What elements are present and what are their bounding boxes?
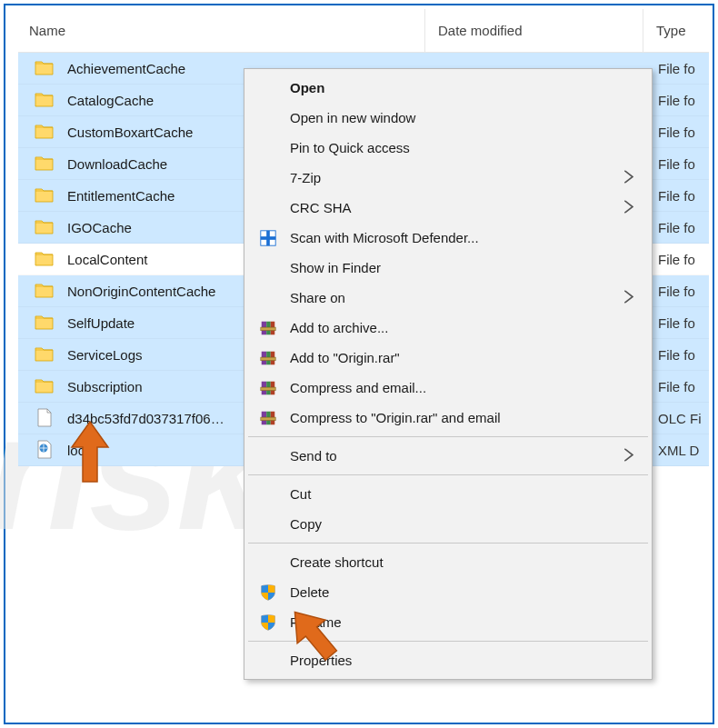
menu-item-label: Delete — [290, 584, 650, 600]
menu-item-label: Share on — [290, 290, 650, 305]
menu-item[interactable]: Create shortcut — [246, 547, 650, 577]
menu-item-label: Add to "Origin.rar" — [290, 350, 650, 365]
shield-uac-icon — [257, 612, 279, 633]
folder-icon — [35, 185, 55, 205]
menu-item-label: Scan with Microsoft Defender... — [290, 230, 650, 245]
chevron-right-icon — [624, 170, 633, 185]
file-type: File fo — [645, 379, 709, 394]
blank-icon — [257, 137, 279, 159]
menu-item-label: Pin to Quick access — [290, 140, 650, 155]
context-menu: OpenOpen in new windowPin to Quick acces… — [244, 68, 653, 680]
column-header-name[interactable]: Name — [18, 9, 425, 52]
menu-item-label: CRC SHA — [290, 200, 650, 215]
folder-icon — [35, 90, 55, 110]
winrar-icon — [257, 377, 279, 399]
file-type: File fo — [645, 188, 709, 204]
menu-item-label: Send to — [290, 448, 650, 464]
file-type: XML D — [645, 443, 709, 458]
blank-icon — [257, 445, 279, 467]
file-type: File fo — [645, 61, 709, 76]
chevron-right-icon — [624, 290, 633, 305]
menu-item-label: Open in new window — [290, 110, 650, 125]
menu-item-label: Show in Finder — [290, 260, 650, 275]
blank-icon — [257, 287, 279, 309]
menu-item[interactable]: Pin to Quick access — [246, 133, 650, 163]
menu-item[interactable]: Compress and email... — [246, 373, 650, 403]
menu-item[interactable]: Cut — [246, 479, 650, 509]
blank-icon — [257, 107, 279, 129]
blank-icon — [257, 650, 279, 672]
menu-item[interactable]: Send to — [246, 441, 650, 471]
file-type: OLC Fi — [645, 411, 709, 426]
menu-item[interactable]: Copy — [246, 509, 650, 539]
menu-item[interactable]: Share on — [246, 283, 650, 313]
folder-icon — [35, 154, 55, 174]
file-type: File fo — [645, 156, 709, 172]
blank-icon — [257, 514, 279, 535]
menu-item-label: Cut — [290, 486, 650, 502]
xml-icon — [35, 440, 55, 460]
menu-item-label: Add to archive... — [290, 320, 650, 335]
menu-item-label: Compress and email... — [290, 380, 650, 395]
menu-item[interactable]: Add to archive... — [246, 313, 650, 343]
blank-icon — [257, 197, 279, 219]
folder-icon — [35, 58, 55, 78]
folder-icon — [35, 281, 55, 301]
menu-item-label: Open — [290, 80, 650, 95]
folder-icon — [35, 249, 55, 269]
folder-icon — [35, 344, 55, 364]
menu-item-label: Compress to "Origin.rar" and email — [290, 410, 650, 425]
shield-blue-icon — [257, 227, 279, 249]
folder-icon — [35, 376, 55, 396]
menu-item-label: 7-Zip — [290, 170, 650, 185]
blank-icon — [257, 484, 279, 505]
winrar-icon — [257, 317, 279, 339]
menu-item[interactable]: Add to "Origin.rar" — [246, 343, 650, 373]
file-type: File fo — [645, 125, 709, 140]
menu-item[interactable]: Delete — [246, 577, 650, 607]
folder-icon — [35, 122, 55, 142]
menu-separator — [248, 543, 648, 544]
column-header-row: Name Date modified Type — [18, 9, 709, 53]
menu-item-label: Create shortcut — [290, 554, 650, 570]
winrar-icon — [257, 407, 279, 429]
menu-item-label: Copy — [290, 516, 650, 532]
file-type: File fo — [645, 93, 709, 108]
menu-item[interactable]: 7-Zip — [246, 163, 650, 193]
menu-item[interactable]: Properties — [246, 645, 650, 675]
chevron-right-icon — [624, 448, 633, 464]
column-header-date[interactable]: Date modified — [425, 9, 643, 52]
folder-icon — [35, 313, 55, 333]
menu-item[interactable]: Rename — [246, 607, 650, 637]
menu-item[interactable]: Compress to "Origin.rar" and email — [246, 403, 650, 433]
winrar-icon — [257, 347, 279, 369]
menu-item[interactable]: Scan with Microsoft Defender... — [246, 223, 650, 253]
file-type: File fo — [645, 315, 709, 331]
menu-separator — [248, 474, 648, 475]
menu-separator — [248, 641, 648, 642]
menu-item-label: Properties — [290, 653, 650, 668]
menu-item[interactable]: Show in Finder — [246, 253, 650, 283]
file-type: File fo — [645, 284, 709, 299]
blank-icon — [257, 167, 279, 189]
chevron-right-icon — [624, 200, 633, 215]
file-type: File fo — [645, 347, 709, 363]
menu-separator — [248, 436, 648, 437]
menu-item-label: Rename — [290, 614, 650, 630]
menu-item[interactable]: Open in new window — [246, 103, 650, 133]
shield-uac-icon — [257, 582, 279, 603]
menu-item[interactable]: Open — [246, 73, 650, 103]
file-type: File fo — [645, 252, 709, 267]
blank-icon — [257, 257, 279, 279]
folder-icon — [35, 217, 55, 237]
blank-icon — [257, 77, 279, 99]
blank-icon — [257, 552, 279, 573]
file-type: File fo — [645, 220, 709, 235]
menu-item[interactable]: CRC SHA — [246, 193, 650, 223]
file-icon — [35, 408, 55, 428]
column-header-type[interactable]: Type — [643, 9, 709, 52]
